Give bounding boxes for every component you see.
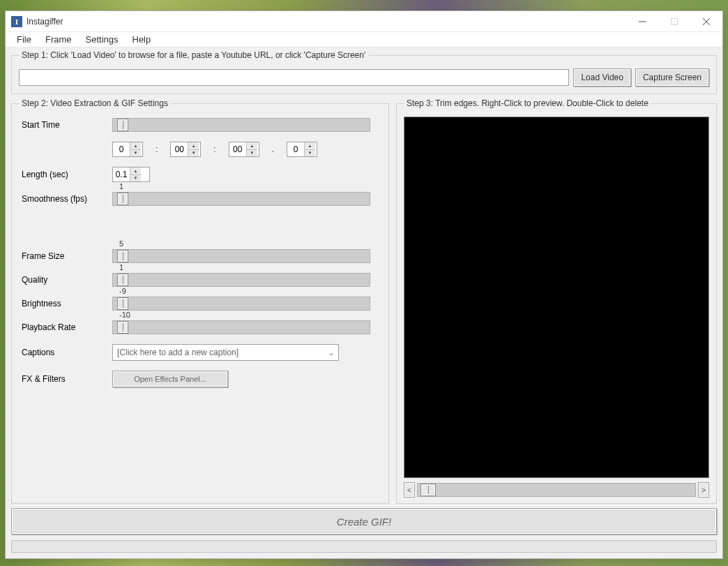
ms-down[interactable]: ▼	[305, 149, 315, 157]
quality-thumb[interactable]	[117, 274, 128, 286]
captions-combobox[interactable]: [Click here to add a new caption] ⌄	[112, 344, 339, 361]
brightness-value: -9	[119, 287, 126, 295]
quality-slider[interactable]	[112, 273, 370, 287]
load-video-button[interactable]: Load Video	[573, 68, 631, 87]
window-controls	[626, 11, 722, 31]
status-bar	[11, 540, 717, 553]
playback-label: Playback Rate	[22, 322, 112, 332]
frame-size-wrap: 5	[112, 249, 376, 263]
step3-group: Step 3: Trim edges. Right-Click to previ…	[396, 98, 717, 504]
close-icon	[703, 18, 710, 25]
frame-size-slider[interactable]	[112, 249, 370, 263]
start-time-slider-wrap	[112, 118, 376, 132]
step1-row: Load Video Capture Screen	[19, 66, 709, 88]
start-time-slider-thumb[interactable]	[117, 119, 128, 131]
hours-input[interactable]	[113, 144, 130, 155]
brightness-wrap: -9	[112, 297, 376, 311]
menu-settings[interactable]: Settings	[79, 33, 126, 46]
window-title: Instagiffer	[26, 17, 626, 27]
capture-screen-button[interactable]: Capture Screen	[635, 68, 709, 87]
minimize-button[interactable]	[626, 11, 658, 32]
minutes-up[interactable]: ▲	[188, 142, 199, 149]
length-up[interactable]: ▲	[130, 167, 141, 174]
fx-cell: Open Effects Panel...	[112, 371, 376, 387]
app-window: I Instagiffer File Frame Settings Help S…	[5, 10, 723, 559]
length-down[interactable]: ▼	[130, 174, 141, 182]
smoothness-slider[interactable]	[112, 192, 370, 206]
length-cell: ▲▼	[112, 167, 376, 182]
start-time-slider[interactable]	[112, 118, 370, 132]
playback-wrap: -10	[112, 320, 376, 334]
smoothness-wrap: 1	[112, 192, 376, 206]
playback-slider[interactable]	[112, 320, 370, 334]
smoothness-label: Smoothness (fps)	[22, 194, 112, 204]
hours-up[interactable]: ▲	[130, 142, 141, 149]
trim-prev-button[interactable]: <	[404, 482, 415, 498]
smoothness-value: 1	[119, 182, 123, 191]
open-effects-button[interactable]: Open Effects Panel...	[112, 371, 228, 387]
chevron-down-icon: ⌄	[328, 349, 334, 357]
playback-thumb[interactable]	[117, 321, 128, 334]
close-button[interactable]	[690, 11, 722, 32]
start-time-spinners: ▲▼ : ▲▼ : ▲▼ .	[112, 142, 376, 157]
minutes-down[interactable]: ▼	[188, 149, 199, 157]
menu-file[interactable]: File	[10, 33, 38, 46]
frame-size-label: Frame Size	[22, 251, 112, 261]
menubar: File Frame Settings Help	[6, 32, 722, 47]
minimize-icon	[639, 18, 646, 25]
hours-spinbox[interactable]: ▲▼	[112, 142, 143, 157]
quality-value: 1	[119, 263, 123, 271]
seconds-up[interactable]: ▲	[247, 142, 257, 149]
length-spinbox[interactable]: ▲▼	[112, 167, 150, 182]
ms-spinbox[interactable]: ▲▼	[287, 142, 317, 157]
menu-help[interactable]: Help	[126, 33, 158, 46]
step2-legend: Step 2: Video Extraction & GIF Settings	[19, 98, 171, 108]
quality-wrap: 1	[112, 273, 376, 287]
minutes-input[interactable]	[171, 144, 188, 155]
seconds-spinbox[interactable]: ▲▼	[229, 142, 259, 157]
captions-placeholder: [Click here to add a new caption]	[117, 348, 334, 357]
preview-canvas[interactable]	[404, 117, 709, 478]
time-sep-3: .	[272, 144, 274, 154]
brightness-thumb[interactable]	[117, 297, 128, 310]
seconds-input[interactable]	[229, 144, 246, 155]
step1-legend: Step 1: Click 'Load Video' to browse for…	[19, 50, 368, 60]
quality-label: Quality	[22, 275, 112, 285]
create-gif-button[interactable]: Create GIF!	[11, 508, 717, 535]
captions-cell: [Click here to add a new caption] ⌄	[112, 344, 376, 361]
step1-group: Step 1: Click 'Load Video' to browse for…	[11, 50, 717, 94]
captions-label: Captions	[22, 348, 112, 357]
frame-size-thumb[interactable]	[117, 250, 128, 262]
video-url-input[interactable]	[19, 69, 569, 86]
step2-group: Step 2: Video Extraction & GIF Settings …	[11, 98, 389, 504]
time-sep-2: :	[213, 144, 215, 154]
length-label: Length (sec)	[22, 170, 112, 179]
titlebar: I Instagiffer	[6, 11, 722, 32]
length-input[interactable]	[113, 169, 130, 180]
svg-rect-1	[672, 19, 678, 25]
brightness-slider[interactable]	[112, 297, 370, 311]
settings-grid: Start Time ▲▼ :	[19, 114, 381, 392]
hours-down[interactable]: ▼	[130, 149, 141, 157]
trim-next-button[interactable]: >	[698, 482, 709, 498]
time-sep-1: :	[156, 144, 158, 154]
ms-up[interactable]: ▲	[305, 142, 315, 149]
start-time-label: Start Time	[22, 120, 112, 130]
frame-size-value: 5	[119, 239, 123, 248]
trim-row: < >	[404, 482, 709, 498]
trim-slider-thumb[interactable]	[420, 484, 436, 496]
maximize-icon	[671, 18, 678, 25]
mid-row: Step 2: Video Extraction & GIF Settings …	[11, 98, 717, 504]
menu-frame[interactable]: Frame	[38, 33, 79, 46]
playback-value: -10	[119, 311, 130, 319]
step3-legend: Step 3: Trim edges. Right-Click to previ…	[404, 98, 651, 108]
brightness-label: Brightness	[22, 299, 112, 308]
ms-input[interactable]	[287, 144, 304, 155]
smoothness-thumb[interactable]	[117, 193, 128, 205]
minutes-spinbox[interactable]: ▲▼	[170, 142, 201, 157]
content-area: Step 1: Click 'Load Video' to browse for…	[6, 47, 722, 558]
seconds-down[interactable]: ▼	[247, 149, 257, 157]
trim-slider[interactable]	[417, 483, 696, 497]
app-icon: I	[11, 16, 22, 27]
maximize-button[interactable]	[658, 11, 690, 32]
